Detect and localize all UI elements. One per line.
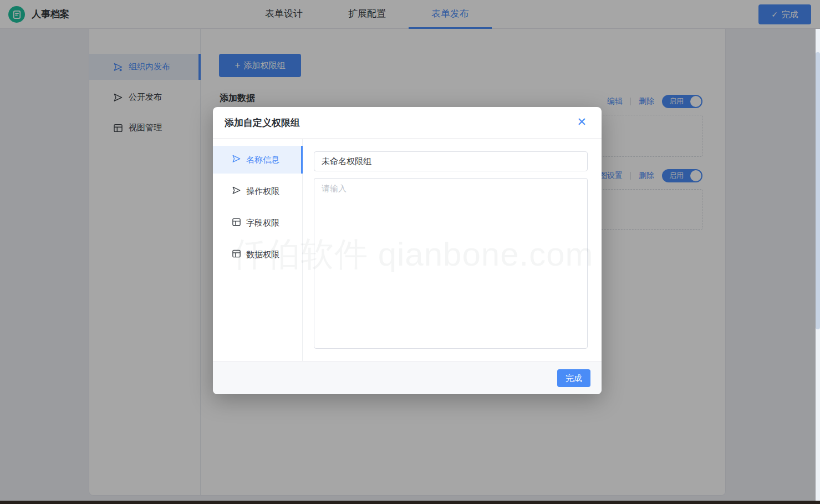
form-view-icon: [232, 217, 241, 228]
send-icon: [232, 186, 241, 197]
send-icon: [232, 154, 241, 165]
dialog-footer: 完成: [213, 361, 602, 394]
dialog-tab-label: 名称信息: [246, 155, 279, 165]
dialog-tab-label: 操作权限: [246, 186, 279, 197]
dialog-tab-list: 名称信息 操作权限 字段权限: [213, 139, 303, 361]
dialog-tab-label: 数据权限: [246, 250, 279, 260]
dialog-tab-operation-permission[interactable]: 操作权限: [213, 177, 302, 205]
close-icon[interactable]: ✕: [577, 114, 587, 130]
permission-group-name-input[interactable]: [314, 151, 588, 171]
dialog-tab-data-permission[interactable]: 数据权限: [213, 241, 302, 268]
bottom-window-edge: [0, 501, 820, 504]
add-custom-permission-group-dialog: 添加自定义权限组 ✕ 名称信息 操作权限: [213, 107, 602, 394]
dialog-header: 添加自定义权限组 ✕: [213, 107, 602, 139]
dialog-tab-label: 字段权限: [246, 218, 279, 228]
confirm-button[interactable]: 完成: [557, 369, 590, 387]
dialog-tab-field-permission[interactable]: 字段权限: [213, 209, 302, 237]
permission-group-description-textarea[interactable]: [314, 178, 588, 349]
app-window: 人事档案 表单设计 扩展配置 表单发布 ✓ 完成 组织内发布: [0, 0, 820, 504]
vertical-scrollbar-thumb[interactable]: [816, 52, 820, 329]
dialog-title: 添加自定义权限组: [225, 107, 300, 139]
dialog-tab-name-info[interactable]: 名称信息: [213, 146, 302, 174]
form-view-icon: [232, 249, 241, 260]
